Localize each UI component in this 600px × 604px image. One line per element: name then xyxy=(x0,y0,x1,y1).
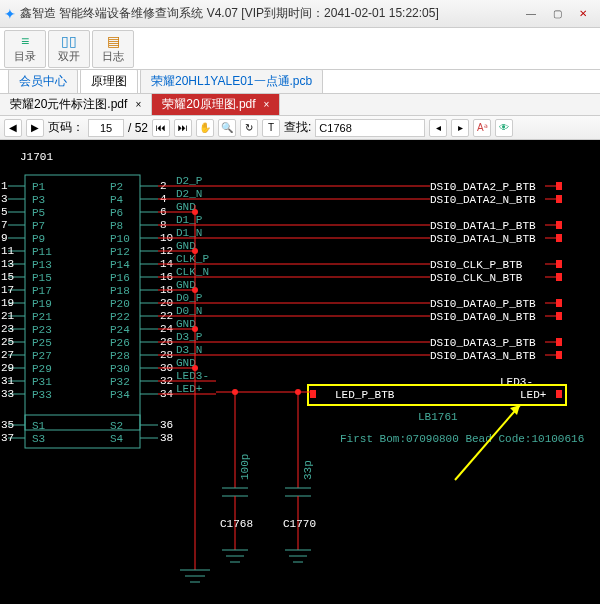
svg-text:P12: P12 xyxy=(110,246,130,258)
tab-pcb[interactable]: 荣耀20HL1YALE01一点通.pcb xyxy=(140,69,323,93)
svg-rect-160 xyxy=(556,182,562,190)
svg-text:DSI0_DATA1_P_BTB: DSI0_DATA1_P_BTB xyxy=(430,220,536,232)
close-icon[interactable]: × xyxy=(264,99,270,110)
svg-text:LED_P_BTB: LED_P_BTB xyxy=(335,389,395,401)
list-icon: ≡ xyxy=(21,33,29,49)
label: 荣耀20原理图.pdf xyxy=(162,96,255,113)
rotate-button[interactable]: ↻ xyxy=(240,119,258,137)
svg-text:27: 27 xyxy=(1,349,14,361)
svg-text:33p: 33p xyxy=(302,460,314,480)
svg-text:C1770: C1770 xyxy=(283,518,316,530)
svg-text:100p: 100p xyxy=(239,454,251,480)
svg-text:9: 9 xyxy=(1,232,8,244)
svg-text:CLK_N: CLK_N xyxy=(176,266,209,278)
svg-text:13: 13 xyxy=(1,258,14,270)
svg-text:S4: S4 xyxy=(110,433,124,445)
svg-text:DSI0_DATA0_N_BTB: DSI0_DATA0_N_BTB xyxy=(430,311,536,323)
svg-text:LED3-: LED3- xyxy=(500,376,533,388)
svg-text:First Bom:07090800  Bead Code:: First Bom:07090800 Bead Code:10100616 xyxy=(340,433,584,445)
svg-text:29: 29 xyxy=(1,362,14,374)
svg-text:P34: P34 xyxy=(110,389,130,401)
close-icon[interactable]: × xyxy=(135,99,141,110)
search-input[interactable] xyxy=(315,119,425,137)
match-case-button[interactable]: Aᵃ xyxy=(473,119,491,137)
page-input[interactable] xyxy=(88,119,124,137)
svg-text:P5: P5 xyxy=(32,207,45,219)
binoculars-button[interactable]: 👁 xyxy=(495,119,513,137)
last-page-button[interactable]: ⏭ xyxy=(174,119,192,137)
log-button[interactable]: ▤日志 xyxy=(92,30,134,68)
svg-text:P21: P21 xyxy=(32,311,52,323)
svg-text:S3: S3 xyxy=(32,433,45,445)
columns-icon: ▯▯ xyxy=(61,33,77,49)
zoom-tool-button[interactable]: 🔍 xyxy=(218,119,236,137)
svg-text:P16: P16 xyxy=(110,272,130,284)
svg-text:LED3-: LED3- xyxy=(176,370,209,382)
svg-text:GND: GND xyxy=(176,357,196,369)
label: 双开 xyxy=(58,49,80,64)
document-tabs: 荣耀20元件标注图.pdf× 荣耀20原理图.pdf× xyxy=(0,94,600,116)
svg-text:S1: S1 xyxy=(32,420,46,432)
svg-text:LB1761: LB1761 xyxy=(418,411,458,423)
svg-text:5: 5 xyxy=(1,206,8,218)
schematic-view[interactable]: J1701 1P13P35P57P79P911P1113P1315P1517P1… xyxy=(0,140,600,604)
dual-open-button[interactable]: ▯▯双开 xyxy=(48,30,90,68)
svg-text:D3_N: D3_N xyxy=(176,344,202,356)
next-page-button[interactable]: ▶ xyxy=(26,119,44,137)
search-label: 查找: xyxy=(284,119,311,136)
svg-text:CLK_P: CLK_P xyxy=(176,253,209,265)
maximize-button[interactable]: ▢ xyxy=(544,4,570,24)
tab-member[interactable]: 会员中心 xyxy=(8,69,78,93)
component-ref: J1701 xyxy=(20,151,53,163)
label: 目录 xyxy=(14,49,36,64)
prev-page-button[interactable]: ◀ xyxy=(4,119,22,137)
text-select-button[interactable]: T xyxy=(262,119,280,137)
tab-schematic[interactable]: 原理图 xyxy=(80,69,138,93)
app-icon: ✦ xyxy=(4,6,16,22)
svg-text:P13: P13 xyxy=(32,259,52,271)
svg-text:DSI0_DATA0_P_BTB: DSI0_DATA0_P_BTB xyxy=(430,298,536,310)
svg-text:P30: P30 xyxy=(110,363,130,375)
search-prev-button[interactable]: ◂ xyxy=(429,119,447,137)
svg-text:P26: P26 xyxy=(110,337,130,349)
svg-rect-181 xyxy=(556,312,562,320)
svg-text:S2: S2 xyxy=(110,420,123,432)
svg-rect-172 xyxy=(556,260,562,268)
svg-text:25: 25 xyxy=(1,336,14,348)
svg-text:P14: P14 xyxy=(110,259,130,271)
svg-text:P33: P33 xyxy=(32,389,52,401)
svg-text:15: 15 xyxy=(1,271,14,283)
svg-text:D3_P: D3_P xyxy=(176,331,203,343)
svg-text:19: 19 xyxy=(1,297,14,309)
svg-text:C1768: C1768 xyxy=(220,518,253,530)
svg-text:P31: P31 xyxy=(32,376,52,388)
close-button[interactable]: ✕ xyxy=(570,4,596,24)
svg-text:D1_P: D1_P xyxy=(176,214,203,226)
first-page-button[interactable]: ⏮ xyxy=(152,119,170,137)
svg-text:1: 1 xyxy=(1,180,8,192)
svg-text:GND: GND xyxy=(176,201,196,213)
svg-text:P25: P25 xyxy=(32,337,52,349)
svg-rect-169 xyxy=(556,234,562,242)
svg-text:P28: P28 xyxy=(110,350,130,362)
svg-text:D2_N: D2_N xyxy=(176,188,202,200)
doc-tab-1[interactable]: 荣耀20元件标注图.pdf× xyxy=(0,94,152,115)
svg-text:P32: P32 xyxy=(110,376,130,388)
svg-text:DSI0_CLK_N_BTB: DSI0_CLK_N_BTB xyxy=(430,272,523,284)
svg-text:P7: P7 xyxy=(32,220,45,232)
search-next-button[interactable]: ▸ xyxy=(451,119,469,137)
svg-rect-175 xyxy=(556,273,562,281)
catalog-button[interactable]: ≡目录 xyxy=(4,30,46,68)
svg-text:P22: P22 xyxy=(110,311,130,323)
svg-text:23: 23 xyxy=(1,323,14,335)
doc-tab-2[interactable]: 荣耀20原理图.pdf× xyxy=(152,94,280,115)
svg-text:38: 38 xyxy=(160,432,173,444)
svg-text:LED+: LED+ xyxy=(176,383,202,395)
svg-text:D1_N: D1_N xyxy=(176,227,202,239)
svg-text:P2: P2 xyxy=(110,181,123,193)
minimize-button[interactable]: — xyxy=(518,4,544,24)
svg-text:17: 17 xyxy=(1,284,14,296)
svg-text:P15: P15 xyxy=(32,272,52,284)
hand-tool-button[interactable]: ✋ xyxy=(196,119,214,137)
svg-rect-193 xyxy=(310,390,316,398)
